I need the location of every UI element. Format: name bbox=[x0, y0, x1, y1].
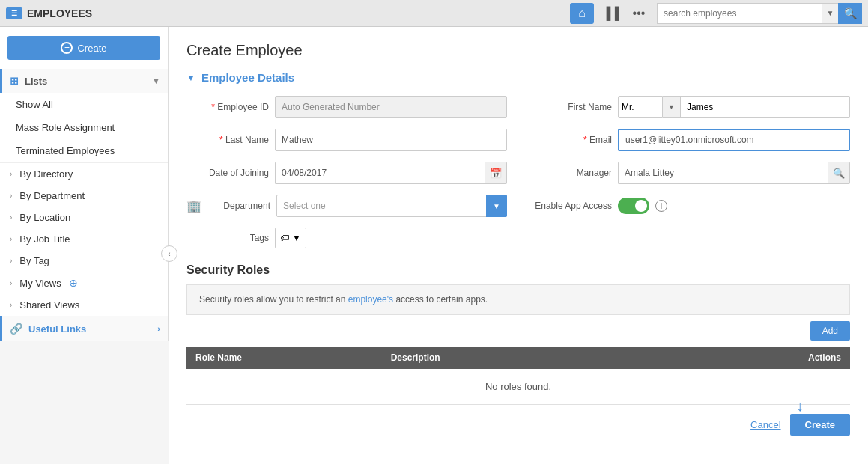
info-icon[interactable]: i bbox=[655, 200, 667, 212]
table-header-row: Role Name Description Actions bbox=[186, 347, 850, 369]
form-actions: ↓ Cancel Create bbox=[186, 405, 850, 445]
sidebar-item-by-tag[interactable]: › By Tag bbox=[0, 250, 168, 272]
first-name-wrap: Mr. Ms. Dr. ▼ bbox=[618, 96, 850, 118]
header-icons: ⌂ ▐▐ ••• bbox=[570, 3, 651, 24]
sidebar-item-by-directory[interactable]: › By Directory bbox=[0, 163, 168, 185]
by-department-label: By Department bbox=[19, 190, 85, 201]
by-directory-label: By Directory bbox=[19, 168, 73, 180]
date-of-joining-row: Date of Joining 📅 bbox=[186, 162, 507, 184]
tags-label: Tags bbox=[186, 233, 269, 243]
app-title: ☰ EMPLOYEES bbox=[6, 7, 92, 19]
search-dropdown[interactable]: ▼ bbox=[822, 3, 838, 24]
security-roles-section: Security Roles Security roles allow you … bbox=[186, 263, 850, 445]
enable-app-access-row: Enable App Access i bbox=[529, 195, 850, 217]
chevron-right-icon: › bbox=[10, 235, 12, 243]
sidebar-wrapper: + Create ⊞ Lists ▼ Show All Mass Role As… bbox=[0, 27, 169, 464]
manager-wrap: 🔍 bbox=[618, 162, 850, 184]
toggle-row: i bbox=[618, 198, 667, 214]
department-row: 🏢 Department Select one ▼ bbox=[186, 195, 507, 217]
enable-app-access-toggle[interactable] bbox=[618, 198, 649, 214]
more-icon[interactable]: ••• bbox=[627, 3, 651, 24]
lists-label: Lists bbox=[25, 76, 47, 87]
page-title: Create Employee bbox=[186, 42, 850, 59]
app-icon: ☰ bbox=[6, 7, 22, 19]
col-actions: Actions bbox=[781, 352, 841, 363]
useful-links-section[interactable]: 🔗 Useful Links › bbox=[0, 316, 168, 341]
date-of-joining-label: Date of Joining bbox=[186, 168, 269, 178]
email-label: Email bbox=[529, 135, 612, 145]
grid-icon: ⊞ bbox=[10, 75, 19, 87]
tag-dropdown-arrow: ▼ bbox=[292, 233, 301, 243]
chevron-right-icon: › bbox=[10, 192, 12, 200]
cancel-link[interactable]: Cancel bbox=[750, 419, 780, 430]
last-name-input[interactable] bbox=[275, 129, 507, 151]
chevron-down-icon: ▼ bbox=[152, 76, 160, 85]
sidebar-item-my-views[interactable]: › My Views ⊕ bbox=[0, 272, 168, 294]
security-table-header: Add bbox=[186, 314, 850, 347]
manager-search-button[interactable]: 🔍 bbox=[828, 162, 850, 184]
sidebar-item-by-location[interactable]: › By Location bbox=[0, 207, 168, 228]
title-select[interactable]: Mr. Ms. Dr. bbox=[618, 96, 663, 118]
department-select[interactable]: Select one bbox=[276, 195, 507, 217]
search-input[interactable] bbox=[657, 3, 822, 24]
employee-details-header: ▼ Employee Details bbox=[186, 71, 850, 84]
add-view-icon[interactable]: ⊕ bbox=[69, 277, 78, 289]
home-icon[interactable]: ⌂ bbox=[570, 3, 594, 24]
sidebar-item-by-department[interactable]: › By Department bbox=[0, 185, 168, 207]
add-role-button[interactable]: Add bbox=[810, 321, 850, 341]
useful-links-label: Useful Links bbox=[28, 323, 86, 335]
chevron-right-icon: › bbox=[10, 257, 12, 265]
chart-icon[interactable]: ▐▐ bbox=[598, 3, 622, 24]
search-button[interactable]: 🔍 bbox=[838, 3, 862, 24]
col-role-name: Role Name bbox=[195, 352, 391, 363]
employee-link[interactable]: employee's bbox=[348, 294, 393, 305]
by-tag-label: By Tag bbox=[19, 255, 49, 266]
title-select-arrow: ▼ bbox=[663, 96, 681, 118]
arrow-indicator: ↓ bbox=[796, 397, 804, 415]
terminated-label: Terminated Employees bbox=[16, 145, 115, 156]
show-all-label: Show All bbox=[16, 99, 53, 110]
date-field-wrap: 📅 bbox=[275, 162, 507, 184]
mass-role-label: Mass Role Assignment bbox=[16, 122, 115, 133]
create-action-button[interactable]: Create bbox=[790, 414, 850, 436]
by-job-title-label: By Job Title bbox=[19, 233, 70, 245]
department-icon: 🏢 bbox=[186, 199, 201, 213]
manager-input[interactable] bbox=[618, 162, 828, 184]
main-layout: + Create ⊞ Lists ▼ Show All Mass Role As… bbox=[0, 27, 868, 464]
search-container: ▼ 🔍 bbox=[657, 3, 862, 24]
lists-section: ⊞ Lists ▼ Show All Mass Role Assignment … bbox=[0, 69, 168, 163]
department-select-wrap: Select one ▼ bbox=[276, 195, 507, 217]
plus-circle-icon: + bbox=[61, 42, 73, 54]
manager-row: Manager 🔍 bbox=[529, 162, 850, 184]
calendar-icon[interactable]: 📅 bbox=[485, 162, 507, 184]
sidebar-item-show-all[interactable]: Show All bbox=[0, 93, 168, 116]
lists-header[interactable]: ⊞ Lists ▼ bbox=[0, 69, 168, 93]
tags-row: Tags 🏷 ▼ bbox=[186, 228, 507, 248]
section-label: Employee Details bbox=[201, 71, 294, 84]
top-header: ☰ EMPLOYEES ⌂ ▐▐ ••• ▼ 🔍 bbox=[0, 0, 868, 27]
table-empty-message: No roles found. bbox=[186, 369, 850, 405]
first-name-label: First Name bbox=[529, 102, 612, 112]
chevron-down-icon: ▼ bbox=[186, 73, 195, 83]
chevron-right-icon: › bbox=[10, 279, 12, 287]
sidebar-item-shared-views[interactable]: › Shared Views bbox=[0, 294, 168, 316]
create-button[interactable]: + Create bbox=[7, 36, 160, 60]
chevron-right-icon: › bbox=[157, 324, 160, 333]
sidebar-item-by-job-title[interactable]: › By Job Title bbox=[0, 228, 168, 250]
by-location-label: By Location bbox=[19, 212, 70, 223]
sidebar-item-mass-role[interactable]: Mass Role Assignment bbox=[0, 116, 168, 139]
first-name-input[interactable] bbox=[681, 96, 850, 118]
date-of-joining-input[interactable] bbox=[275, 162, 485, 184]
create-btn-label: Create bbox=[77, 43, 106, 54]
employee-id-label: Employee ID bbox=[186, 102, 269, 112]
employee-id-row: Employee ID Auto Generated Number bbox=[186, 96, 507, 118]
department-label: Department bbox=[210, 201, 270, 211]
email-input[interactable] bbox=[618, 129, 850, 151]
chevron-right-icon: › bbox=[10, 213, 12, 222]
tags-button[interactable]: 🏷 ▼ bbox=[275, 228, 306, 248]
sidebar-item-terminated[interactable]: Terminated Employees bbox=[0, 139, 168, 162]
link-icon: 🔗 bbox=[10, 323, 22, 335]
collapse-sidebar-button[interactable]: ‹ bbox=[161, 245, 177, 262]
last-name-row: Last Name bbox=[186, 129, 507, 151]
security-roles-description: Security roles allow you to restrict an … bbox=[186, 284, 850, 314]
